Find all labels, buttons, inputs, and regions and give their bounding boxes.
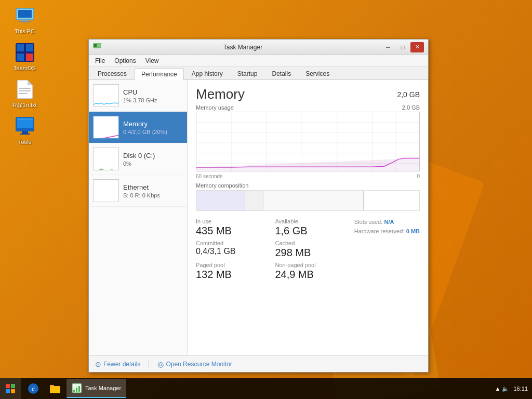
resource-item-memory[interactable]: Memory 0,4/2,0 GB (20%) <box>89 112 187 143</box>
svg-rect-40 <box>6 389 10 393</box>
tab-services[interactable]: Services <box>299 68 336 79</box>
detail-panel: Memory 2,0 GB Memory usage 2,0 GB <box>188 80 428 355</box>
menu-file[interactable]: File <box>91 56 109 65</box>
chevron-up-icon: ⊙ <box>95 360 101 368</box>
cpu-mini-chart <box>93 84 119 107</box>
ie-icon: e <box>28 383 38 394</box>
disk-value: 0% <box>123 161 183 167</box>
memory-name: Memory <box>123 120 183 128</box>
fewer-details-link[interactable]: ⊙ Fewer details <box>95 360 140 368</box>
svg-rect-6 <box>26 44 33 51</box>
svg-rect-39 <box>11 384 15 388</box>
folder-icon <box>50 383 60 394</box>
stat-slots: Slots used: N/A <box>354 218 420 225</box>
memory-mini-chart <box>93 116 119 139</box>
minimize-button[interactable]: ─ <box>381 42 395 52</box>
bottom-bar: ⊙ Fewer details ◎ Open Resource Monitor <box>89 355 428 372</box>
chart-time-end: 0 <box>417 174 420 179</box>
disk-name: Disk 0 (C:) <box>123 152 183 159</box>
resource-list: CPU 1% 3,70 GHz Memory 0,4/2,0 GB (20%) <box>89 80 188 355</box>
cpu-info: CPU 1% 3,70 GHz <box>123 88 183 103</box>
svg-rect-48 <box>78 386 80 392</box>
svg-rect-23 <box>94 116 119 139</box>
taskbar-items: e Task Manager <box>21 379 491 398</box>
detail-header: Memory 2,0 GB <box>196 86 420 102</box>
desktop-icon-thispc[interactable]: This PC <box>5 5 44 34</box>
stats-right: Slots used: N/A Hardware reserved: 0 MB <box>354 218 420 285</box>
cpu-value: 1% 3,70 GHz <box>123 97 183 103</box>
taskmanager-label: Task Manager <box>85 385 121 391</box>
taskbar-clock: 16:11 <box>513 385 528 392</box>
tab-bar: Processes Performance App history Startu… <box>89 66 428 80</box>
stat-nonpaged: Non-paged pool 24,9 MB <box>275 262 345 281</box>
usage-value: 2,0 GB <box>402 104 420 111</box>
svg-rect-1 <box>18 10 32 18</box>
thispc-icon <box>15 5 35 26</box>
composition-bar <box>196 190 420 211</box>
resource-item-disk[interactable]: Disk 0 (C:) 0% <box>89 143 187 175</box>
disk-mini-chart <box>93 148 119 170</box>
r1n-icon <box>15 79 35 100</box>
svg-rect-25 <box>94 180 119 202</box>
svg-rect-8 <box>26 54 33 61</box>
usage-label: Memory usage <box>196 104 234 111</box>
tab-processes[interactable]: Processes <box>91 68 134 79</box>
ethernet-value: S: 0 R: 0 Kbps <box>123 192 183 198</box>
open-resource-monitor-link[interactable]: ◎ Open Resource Monitor <box>157 360 232 368</box>
maximize-button[interactable]: □ <box>396 42 409 52</box>
teamos-icon <box>15 42 35 63</box>
thispc-label: This PC <box>15 28 35 34</box>
svg-rect-2 <box>21 20 29 21</box>
desktop-icons: This PC TeamOS R@1n.txt <box>0 0 49 158</box>
desktop-icon-tools[interactable]: Tools <box>5 116 44 145</box>
start-button[interactable] <box>0 378 21 399</box>
comp-inuse <box>196 191 245 210</box>
stat-committed: Committed 0,4/3,1 GB <box>196 240 267 259</box>
detail-title: Memory <box>196 86 245 102</box>
tools-icon <box>15 116 35 137</box>
chart-time-labels: 60 seconds 0 <box>196 174 420 179</box>
tray-icons: ▲ 🔈 <box>495 385 510 392</box>
svg-rect-41 <box>11 389 15 393</box>
svg-rect-38 <box>6 384 10 388</box>
tab-performance[interactable]: Performance <box>135 68 184 80</box>
svg-rect-21 <box>94 44 97 47</box>
tab-details[interactable]: Details <box>265 68 298 79</box>
resource-monitor-icon: ◎ <box>157 360 164 368</box>
taskbar-explorer[interactable] <box>45 379 65 398</box>
taskbar: e Task Manager <box>0 378 532 399</box>
menu-options[interactable]: Options <box>110 56 140 65</box>
stat-available: Available 1,6 GB <box>275 218 345 237</box>
svg-rect-47 <box>76 388 77 392</box>
usage-label-row: Memory usage 2,0 GB <box>196 104 420 111</box>
memory-chart <box>196 112 420 171</box>
desktop-icon-r1n[interactable]: R@1n.txt <box>5 79 44 108</box>
tools-label: Tools <box>18 139 32 145</box>
detail-total: 2,0 GB <box>397 86 420 99</box>
resource-item-cpu[interactable]: CPU 1% 3,70 GHz <box>89 80 187 112</box>
tab-startup[interactable]: Startup <box>231 68 264 79</box>
comp-free <box>364 191 419 210</box>
svg-marker-9 <box>17 80 33 99</box>
ethernet-name: Ethernet <box>123 183 183 191</box>
svg-rect-15 <box>17 118 33 128</box>
taskbar-taskmanager[interactable]: Task Manager <box>66 379 126 398</box>
svg-rect-17 <box>22 131 28 134</box>
svg-rect-5 <box>17 44 24 51</box>
resource-item-ethernet[interactable]: Ethernet S: 0 R: 0 Kbps <box>89 175 187 207</box>
desktop-icon-teamos[interactable]: TeamOS <box>5 42 44 71</box>
clock-time: 16:11 <box>513 385 528 392</box>
svg-rect-18 <box>20 134 30 135</box>
svg-marker-10 <box>28 80 33 85</box>
close-button[interactable]: ✕ <box>410 42 424 52</box>
teamos-label: TeamOS <box>14 65 36 71</box>
stat-hwreserved: Hardware reserved: 0 MB <box>354 228 420 235</box>
ethernet-info: Ethernet S: 0 R: 0 Kbps <box>123 183 183 198</box>
menu-view[interactable]: View <box>141 56 163 65</box>
svg-rect-7 <box>17 54 24 61</box>
ethernet-mini-chart <box>93 179 119 202</box>
stat-inuse: In use 435 MB <box>196 218 267 237</box>
r1n-label: R@1n.txt <box>12 102 36 108</box>
tab-apphistory[interactable]: App history <box>185 68 230 79</box>
taskbar-ie[interactable]: e <box>23 379 44 398</box>
